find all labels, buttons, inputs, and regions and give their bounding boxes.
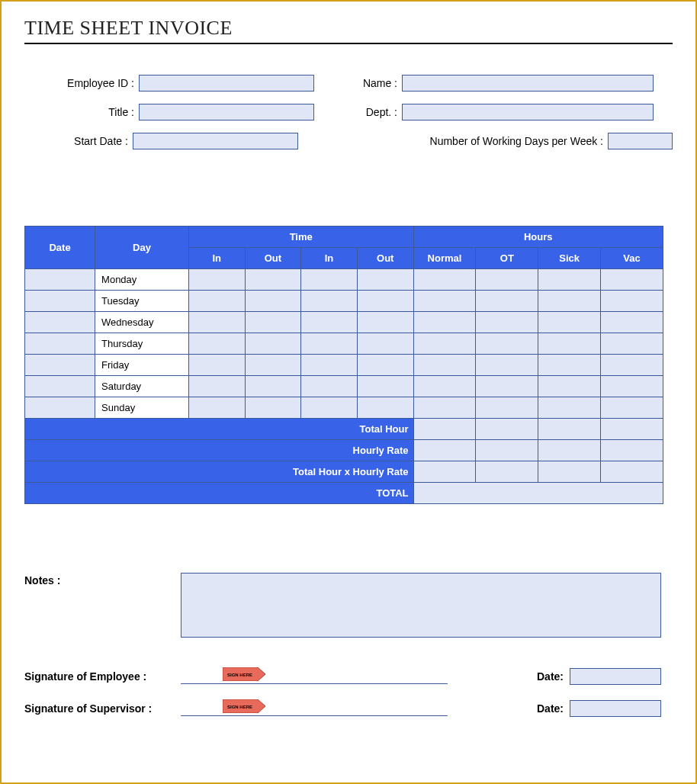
time-cell[interactable]: [245, 397, 301, 419]
hours-cell[interactable]: [538, 333, 601, 355]
hours-cell[interactable]: [413, 312, 476, 333]
txr-ot[interactable]: [476, 461, 538, 483]
hours-cell[interactable]: [476, 333, 538, 355]
time-cell[interactable]: [301, 397, 358, 419]
th-in-1: In: [188, 248, 245, 269]
name-input[interactable]: [402, 75, 654, 92]
time-cell[interactable]: [301, 291, 358, 312]
sig-row-supervisor: Signature of Supervisor : SIGN HERE Date…: [24, 700, 673, 717]
hours-cell[interactable]: [413, 376, 476, 397]
time-cell[interactable]: [357, 355, 413, 376]
time-cell[interactable]: [357, 312, 413, 333]
time-cell[interactable]: [188, 376, 245, 397]
time-cell[interactable]: [245, 312, 301, 333]
time-cell[interactable]: [188, 312, 245, 333]
hours-cell[interactable]: [538, 291, 601, 312]
time-cell[interactable]: [245, 333, 301, 355]
time-cell[interactable]: [301, 376, 358, 397]
hours-cell[interactable]: [601, 312, 663, 333]
time-cell[interactable]: [357, 269, 413, 291]
th-normal: Normal: [413, 248, 476, 269]
hours-cell[interactable]: [601, 291, 663, 312]
hours-cell[interactable]: [476, 312, 538, 333]
time-cell[interactable]: [245, 376, 301, 397]
hours-cell[interactable]: [413, 333, 476, 355]
time-cell[interactable]: [188, 397, 245, 419]
hours-cell[interactable]: [601, 376, 663, 397]
total-hour-ot[interactable]: [476, 419, 538, 440]
hours-cell[interactable]: [476, 397, 538, 419]
total-hour-label: Total Hour: [25, 419, 414, 440]
date-cell[interactable]: [25, 376, 95, 397]
sign-here-stamp-icon: SIGN HERE: [223, 699, 265, 713]
employee-id-input[interactable]: [139, 75, 314, 92]
txr-vac[interactable]: [601, 461, 663, 483]
hours-cell[interactable]: [601, 355, 663, 376]
hours-cell[interactable]: [476, 376, 538, 397]
time-cell[interactable]: [301, 269, 358, 291]
time-cell[interactable]: [357, 333, 413, 355]
grand-total[interactable]: [413, 483, 663, 504]
name-label: Name :: [352, 77, 402, 89]
time-cell[interactable]: [301, 312, 358, 333]
hours-cell[interactable]: [476, 355, 538, 376]
txr-sick[interactable]: [538, 461, 601, 483]
time-cell[interactable]: [245, 291, 301, 312]
hours-cell[interactable]: [413, 269, 476, 291]
sig-employee-line[interactable]: SIGN HERE: [181, 669, 448, 684]
hours-cell[interactable]: [413, 291, 476, 312]
row-dept: Dept. :: [352, 104, 657, 120]
txr-normal[interactable]: [413, 461, 476, 483]
dept-input[interactable]: [402, 104, 654, 120]
total-hour-sick[interactable]: [538, 419, 601, 440]
time-cell[interactable]: [188, 333, 245, 355]
time-cell[interactable]: [245, 269, 301, 291]
start-date-input[interactable]: [133, 133, 298, 149]
date-cell[interactable]: [25, 269, 95, 291]
date-cell[interactable]: [25, 397, 95, 419]
notes-section: Notes :: [24, 573, 673, 638]
hours-cell[interactable]: [538, 312, 601, 333]
time-cell[interactable]: [188, 355, 245, 376]
title-input[interactable]: [139, 104, 314, 120]
time-cell[interactable]: [357, 291, 413, 312]
hours-cell[interactable]: [538, 397, 601, 419]
time-cell[interactable]: [245, 355, 301, 376]
hours-cell[interactable]: [413, 355, 476, 376]
hours-cell[interactable]: [538, 355, 601, 376]
hours-cell[interactable]: [601, 269, 663, 291]
hours-cell[interactable]: [538, 269, 601, 291]
hours-cell[interactable]: [476, 291, 538, 312]
th-day: Day: [95, 227, 189, 269]
sig-emp-date-input[interactable]: [570, 668, 661, 685]
svg-text:SIGN HERE: SIGN HERE: [227, 673, 252, 677]
sig-sup-date-input[interactable]: [570, 700, 661, 717]
time-cell[interactable]: [357, 397, 413, 419]
hours-cell[interactable]: [476, 269, 538, 291]
date-cell[interactable]: [25, 291, 95, 312]
hours-cell[interactable]: [601, 333, 663, 355]
hours-cell[interactable]: [413, 397, 476, 419]
row-title: Title :: [24, 104, 329, 120]
working-days-input[interactable]: [608, 133, 673, 149]
sig-supervisor-line[interactable]: SIGN HERE: [181, 701, 448, 716]
hours-cell[interactable]: [601, 397, 663, 419]
total-hour-normal[interactable]: [413, 419, 476, 440]
hourly-rate-vac[interactable]: [601, 440, 663, 461]
hourly-rate-sick[interactable]: [538, 440, 601, 461]
time-cell[interactable]: [188, 291, 245, 312]
total-hour-vac[interactable]: [601, 419, 663, 440]
date-cell[interactable]: [25, 312, 95, 333]
date-cell[interactable]: [25, 355, 95, 376]
notes-input[interactable]: [181, 573, 661, 638]
time-cell[interactable]: [301, 333, 358, 355]
th-out-2: Out: [357, 248, 413, 269]
row-total-hour: Total Hour: [25, 419, 663, 440]
hours-cell[interactable]: [538, 376, 601, 397]
time-cell[interactable]: [357, 376, 413, 397]
hourly-rate-ot[interactable]: [476, 440, 538, 461]
time-cell[interactable]: [188, 269, 245, 291]
time-cell[interactable]: [301, 355, 358, 376]
date-cell[interactable]: [25, 333, 95, 355]
hourly-rate-normal[interactable]: [413, 440, 476, 461]
